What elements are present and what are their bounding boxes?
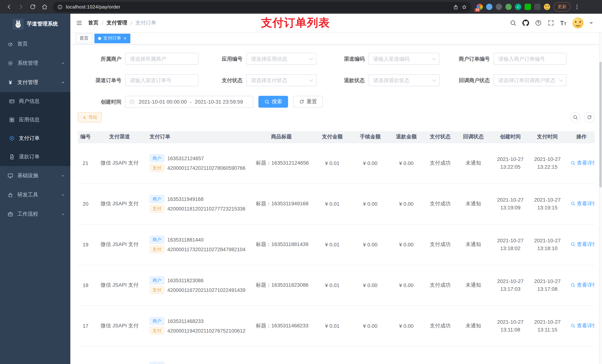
document-icon xyxy=(9,154,15,160)
col-pay-order: 支付订单 xyxy=(146,131,254,143)
sidebar-item-system[interactable]: 系统管理 xyxy=(0,54,70,73)
hamburger-icon[interactable] xyxy=(70,20,88,26)
callback-status-select[interactable] xyxy=(494,74,567,86)
sidebar-item-dev-tools[interactable]: 研发工具 xyxy=(0,185,70,205)
refresh-icon xyxy=(299,99,304,104)
pay-order-number: 4200001174202110278060590766 xyxy=(167,165,246,171)
home-icon[interactable] xyxy=(42,4,48,10)
merchant-order-no-field[interactable] xyxy=(494,53,567,65)
owner-merchant-input[interactable] xyxy=(125,53,198,65)
col-actions: 操作 xyxy=(568,131,595,143)
sidebar-item-infrastructure[interactable]: 基础设施 xyxy=(0,166,70,185)
refresh-table-button[interactable] xyxy=(584,112,595,123)
logo[interactable]: 芋道管理系统 xyxy=(0,14,70,34)
col-title: 商品标题 xyxy=(254,131,309,143)
view-detail-link[interactable]: 查看详情 xyxy=(570,282,595,289)
search-icon xyxy=(264,99,269,104)
owner-merchant-select[interactable] xyxy=(125,53,198,65)
share-icon[interactable] xyxy=(453,4,458,10)
view-detail-link[interactable]: 查看详情 xyxy=(570,200,595,207)
channel-order-no-field[interactable] xyxy=(125,74,198,86)
reset-button[interactable]: 重置 xyxy=(293,96,323,108)
pay-status-select[interactable] xyxy=(246,74,317,86)
extension-icon-wechat[interactable] xyxy=(525,4,531,10)
merchant-order-no-input[interactable] xyxy=(494,53,567,65)
extensions-pin-icon[interactable] xyxy=(534,4,540,10)
filter-label-owner: 所属商户 xyxy=(78,53,121,65)
refund-status-input[interactable] xyxy=(368,74,440,86)
avatar[interactable] xyxy=(572,17,583,29)
channel-code-input[interactable] xyxy=(368,53,440,65)
bookmark-star-icon[interactable] xyxy=(462,4,467,10)
github-icon[interactable] xyxy=(522,20,529,26)
filter-label-channel-order-no: 渠道订单号 xyxy=(78,74,121,86)
tab-close-icon[interactable]: × xyxy=(124,36,127,41)
sidebar-item-workflow[interactable]: 工作流程 xyxy=(0,205,70,224)
back-icon[interactable] xyxy=(6,4,12,10)
view-detail-link[interactable]: 查看详情 xyxy=(570,322,595,329)
export-button[interactable]: 导出 xyxy=(78,112,102,123)
extension-icon-green[interactable] xyxy=(505,4,512,10)
search-button[interactable]: 搜索 xyxy=(258,96,288,108)
site-info-icon[interactable] xyxy=(57,4,63,10)
app-no-select[interactable] xyxy=(246,53,317,65)
pay-tag: 支付 xyxy=(150,286,164,294)
create-time-start-input[interactable] xyxy=(136,99,189,105)
breadcrumb-payment[interactable]: 支付管理 xyxy=(107,20,127,26)
sidebar-item-merchant-info[interactable]: 商户信息 xyxy=(0,92,70,111)
sidebar-item-app-info[interactable]: 应用信息 xyxy=(0,111,70,129)
forward-icon[interactable] xyxy=(18,4,24,10)
help-icon[interactable] xyxy=(535,20,542,26)
cell-refund: ¥ 0.00 xyxy=(385,224,428,265)
font-size-icon[interactable]: TT xyxy=(560,20,567,26)
cell-callback xyxy=(452,346,494,364)
col-amount: 支付金额 xyxy=(309,131,355,143)
reload-icon[interactable] xyxy=(30,4,36,10)
tab-bar: 首页 支付订单 × xyxy=(70,32,602,45)
chevron-up-icon xyxy=(61,80,65,85)
extension-icon-colorful[interactable]: 10 xyxy=(476,4,483,10)
cell-fee xyxy=(355,346,385,364)
browser-update-button[interactable]: 更新 xyxy=(553,2,570,11)
refund-status-select[interactable] xyxy=(368,74,440,86)
pay-order-number: 4200001181202110277723215336 xyxy=(167,206,246,211)
view-detail-icon xyxy=(570,283,575,288)
merchant-order-number: 1635311949168 xyxy=(167,196,204,202)
profile-avatar-icon[interactable] xyxy=(544,4,550,10)
cell-actions xyxy=(568,346,595,364)
toggle-search-button[interactable] xyxy=(570,112,580,123)
view-detail-link[interactable]: 查看详情 xyxy=(570,241,595,248)
create-time-range-picker[interactable]: - xyxy=(125,96,253,108)
cell-actions: 查看详情 xyxy=(568,184,595,224)
search-icon[interactable] xyxy=(510,20,516,26)
browser-menu-icon[interactable] xyxy=(574,4,580,10)
extension-icon-blue[interactable] xyxy=(486,4,492,10)
sidebar-item-pay-order[interactable]: 支付订单 xyxy=(0,129,70,148)
pay-status-input[interactable] xyxy=(246,74,317,86)
extension-icon-check[interactable]: ✓ xyxy=(515,4,521,10)
tab-pay-order[interactable]: 支付订单 × xyxy=(94,33,130,43)
extension-icon-gray[interactable] xyxy=(496,4,502,10)
sidebar-item-payment[interactable]: ¥ 支付管理 xyxy=(0,73,70,92)
create-time-end-input[interactable] xyxy=(192,99,245,105)
tab-home[interactable]: 首页 xyxy=(76,33,92,43)
channel-code-select[interactable] xyxy=(368,53,440,65)
app-no-input[interactable] xyxy=(246,53,317,65)
avatar-caret-icon[interactable] xyxy=(589,22,593,26)
cell-amount: ¥ 0.01 xyxy=(309,143,355,184)
top-navbar: 首页 / 支付管理 / 支付订单 支付订单列表 TT xyxy=(70,14,602,32)
merchant-order-number: 1635311468233 xyxy=(167,318,204,324)
sidebar-item-home[interactable]: 首页 xyxy=(0,34,70,54)
sidebar-item-refund-order[interactable]: 退款订单 xyxy=(0,148,70,166)
callback-status-input[interactable] xyxy=(494,74,567,86)
url-bar[interactable]: localhost:1024/pay/order xyxy=(53,2,471,12)
fullscreen-icon[interactable] xyxy=(548,20,554,26)
breadcrumb-home[interactable]: 首页 xyxy=(88,20,98,26)
channel-order-no-input[interactable] xyxy=(125,74,198,86)
grid-icon xyxy=(9,117,15,123)
table-row: 21 微信 JSAPI 支付 商户 1635312124657 支付 42000… xyxy=(78,143,595,184)
page-scrollbar-thumb[interactable] xyxy=(599,62,602,187)
page-scrollbar[interactable] xyxy=(599,14,602,364)
view-detail-link[interactable]: 查看详情 xyxy=(570,160,595,166)
cell-created: 2021-10-27 13:22:05 xyxy=(494,143,527,184)
